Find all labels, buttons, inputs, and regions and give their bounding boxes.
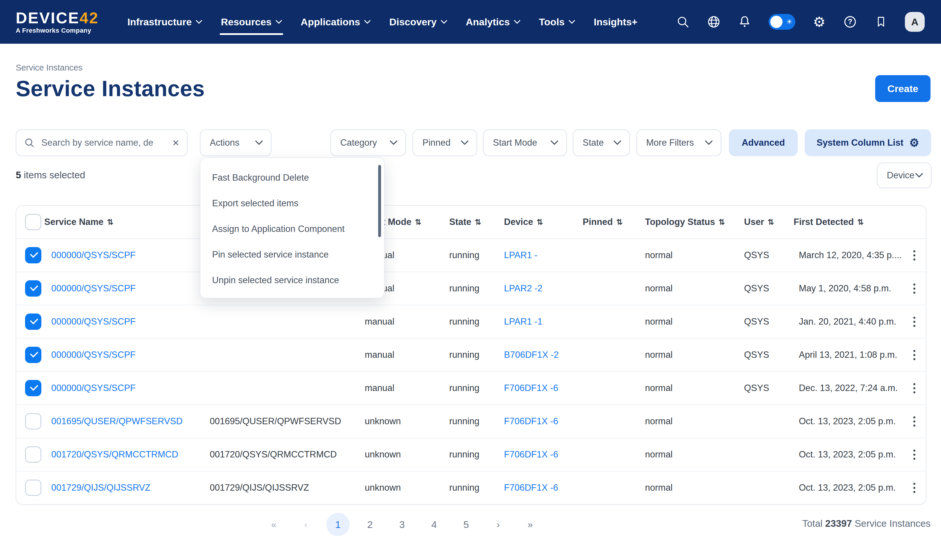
advanced-button[interactable]: Advanced xyxy=(729,129,798,156)
column-header-pinned[interactable]: Pinned⇅ xyxy=(581,217,643,227)
row-checkbox[interactable] xyxy=(25,280,42,297)
pagination-page-1[interactable]: 1 xyxy=(326,513,350,536)
bell-icon[interactable] xyxy=(738,15,752,29)
chevron-down-icon xyxy=(514,20,520,24)
nav-item-resources[interactable]: Resources xyxy=(212,0,291,44)
total-number: 23397 xyxy=(825,518,852,529)
cell-name[interactable]: 000000/QSYS/SCPF xyxy=(43,283,210,294)
row-menu-icon[interactable] xyxy=(903,247,926,264)
row-menu-icon[interactable] xyxy=(903,346,926,364)
cell-device[interactable]: B706DF1X -2 xyxy=(502,350,581,360)
device-view-select[interactable]: Device xyxy=(877,163,932,188)
cell-description: 001720/QSYS/QRMCCTRMCD xyxy=(210,449,363,460)
filter-category[interactable]: Category xyxy=(331,129,406,156)
column-header-device[interactable]: Device⇅ xyxy=(502,217,581,227)
cell-first_detected: Jan. 20, 2021, 4:40 p.m. xyxy=(792,317,903,327)
column-header-state[interactable]: State⇅ xyxy=(447,217,502,227)
help-icon[interactable]: ? xyxy=(843,15,857,29)
cell-device[interactable]: LPAR2 -2 xyxy=(502,283,581,294)
nav-menu: InfrastructureResourcesApplicationsDisco… xyxy=(118,0,647,44)
column-header-first-detected[interactable]: First Detected⇅ xyxy=(792,217,903,227)
row-checkbox[interactable] xyxy=(25,446,42,463)
nav-item-insights[interactable]: Insights+ xyxy=(584,0,647,44)
theme-toggle[interactable]: ☀ xyxy=(769,14,795,30)
device42-logo[interactable]: DEVICE42 A Freshworks Company xyxy=(16,10,99,34)
row-menu-icon[interactable] xyxy=(903,313,926,331)
cell-topology_status: normal xyxy=(643,283,742,294)
cell-name[interactable]: 000000/QSYS/SCPF xyxy=(43,383,210,393)
cell-name[interactable]: 000000/QSYS/SCPF xyxy=(43,350,210,360)
user-avatar[interactable]: A xyxy=(905,12,925,32)
menu-item-unpin-selected-service-instance[interactable]: Unpin selected service instance xyxy=(200,268,384,293)
cell-name[interactable]: 001720/QSYS/QRMCCTRMCD xyxy=(43,449,210,460)
cell-device[interactable]: LPAR1 -1 xyxy=(502,317,581,327)
bookmark-icon[interactable] xyxy=(874,15,888,29)
cell-device[interactable]: F706DF1X -6 xyxy=(502,383,581,393)
menu-item-fast-background-delete[interactable]: Fast Background Delete xyxy=(200,165,384,191)
column-header-service-name[interactable]: Service Name⇅ xyxy=(43,217,210,227)
menu-scrollbar[interactable] xyxy=(378,165,381,237)
pagination-last[interactable]: » xyxy=(518,513,542,536)
clear-search-icon[interactable]: ✕ xyxy=(171,137,181,149)
selection-label: items selected xyxy=(24,169,85,180)
nav-item-tools[interactable]: Tools xyxy=(530,0,584,44)
filter-pinned[interactable]: Pinned xyxy=(412,129,477,156)
pagination-previous[interactable]: ‹ xyxy=(294,513,318,536)
cell-name[interactable]: 000000/QSYS/SCPF xyxy=(43,250,210,260)
cell-device[interactable]: F706DF1X -6 xyxy=(502,483,581,493)
cell-device[interactable]: LPAR1 - xyxy=(502,250,581,260)
pagination-next[interactable]: › xyxy=(486,513,510,536)
cell-device[interactable]: F706DF1X -6 xyxy=(502,416,581,426)
cell-user: QSYS xyxy=(742,283,792,294)
nav-item-analytics[interactable]: Analytics xyxy=(457,0,530,44)
pagination-page-5[interactable]: 5 xyxy=(455,513,478,536)
menu-item-export-selected-items[interactable]: Export selected items xyxy=(200,191,384,216)
cell-start_mode: manual xyxy=(363,317,447,327)
system-column-list-button[interactable]: System Column List ⚙ xyxy=(805,129,931,156)
search-input[interactable] xyxy=(40,137,171,149)
cell-user: QSYS xyxy=(742,317,792,327)
nav-item-applications[interactable]: Applications xyxy=(291,0,380,44)
column-header-user[interactable]: User⇅ xyxy=(742,217,792,227)
select-all-checkbox[interactable] xyxy=(25,214,42,230)
filter-dropdowns: CategoryPinnedStart ModeStateMore Filter… xyxy=(272,129,721,156)
row-checkbox[interactable] xyxy=(25,347,42,363)
cell-name[interactable]: 001695/QUSER/QPWFSERVSD xyxy=(43,416,210,426)
filter-more-filters[interactable]: More Filters xyxy=(636,129,721,156)
chevron-down-icon xyxy=(275,20,282,24)
pagination-page-2[interactable]: 2 xyxy=(358,513,381,536)
row-menu-icon[interactable] xyxy=(903,446,926,463)
globe-icon[interactable] xyxy=(707,15,721,29)
menu-item-assign-to-application-component[interactable]: Assign to Application Component xyxy=(200,216,384,242)
cell-name[interactable]: 001729/QIJS/QIJSSRVZ xyxy=(43,483,210,493)
pagination-page-3[interactable]: 3 xyxy=(391,513,414,536)
cell-state: running xyxy=(447,250,502,260)
chevron-down-icon xyxy=(550,140,558,145)
cell-state: running xyxy=(447,416,502,426)
cell-device[interactable]: F706DF1X -6 xyxy=(502,449,581,460)
table-row: 001729/QIJS/QIJSSRVZ001729/QIJS/QIJSSRVZ… xyxy=(16,471,926,504)
create-button[interactable]: Create xyxy=(875,75,930,102)
row-checkbox[interactable] xyxy=(25,380,42,396)
filter-start-mode[interactable]: Start Mode xyxy=(483,129,567,156)
cell-name[interactable]: 000000/QSYS/SCPF xyxy=(43,317,210,327)
row-checkbox[interactable] xyxy=(25,314,42,330)
search-icon[interactable] xyxy=(676,15,690,29)
row-menu-icon[interactable] xyxy=(903,280,926,297)
filter-state[interactable]: State xyxy=(573,129,630,156)
gear-icon[interactable]: ⚙ xyxy=(812,15,826,29)
pagination-first[interactable]: « xyxy=(262,513,286,536)
actions-dropdown-button[interactable]: Actions xyxy=(200,129,272,156)
row-menu-icon[interactable] xyxy=(903,413,926,430)
menu-item-pin-selected-service-instance[interactable]: Pin selected service instance xyxy=(200,242,384,268)
nav-item-infrastructure[interactable]: Infrastructure xyxy=(118,0,212,44)
row-menu-icon[interactable] xyxy=(903,479,926,497)
row-checkbox[interactable] xyxy=(25,480,42,496)
row-menu-icon[interactable] xyxy=(903,380,926,397)
row-checkbox[interactable] xyxy=(25,413,42,429)
row-checkbox[interactable] xyxy=(25,247,42,263)
column-header-topology-status[interactable]: Topology Status⇅ xyxy=(643,217,742,227)
nav-item-discovery[interactable]: Discovery xyxy=(380,0,457,44)
nav-item-label: Resources xyxy=(221,16,272,28)
pagination-page-4[interactable]: 4 xyxy=(423,513,446,536)
